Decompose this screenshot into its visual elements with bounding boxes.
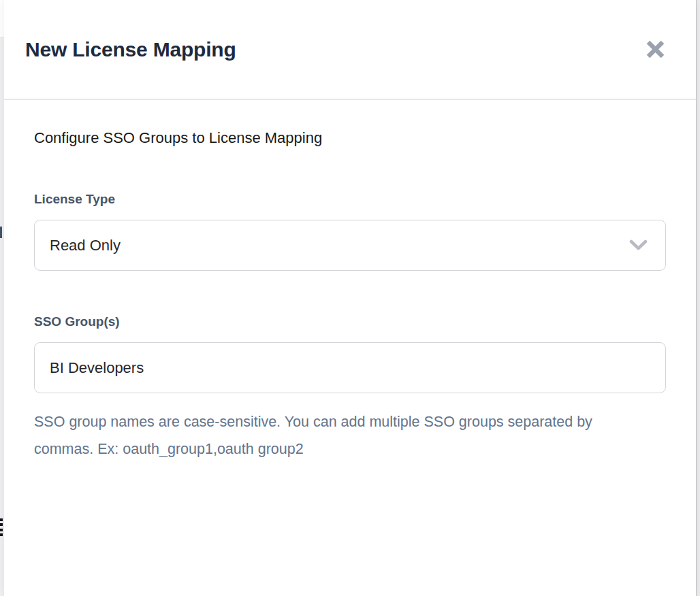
list-icon-fragment xyxy=(0,518,3,536)
license-type-select[interactable]: Read Only xyxy=(34,220,666,271)
dialog-subtitle: Configure SSO Groups to License Mapping xyxy=(34,128,666,148)
license-type-label: License Type xyxy=(34,191,666,208)
dialog-title: New License Mapping xyxy=(25,38,236,61)
sso-groups-help-text: SSO group names are case-sensitive. You … xyxy=(34,408,613,463)
chevron-down-icon xyxy=(629,239,648,251)
new-license-mapping-dialog: New License Mapping Configure SSO Groups… xyxy=(4,0,696,596)
close-button[interactable] xyxy=(640,35,670,65)
license-type-selected-value: Read Only xyxy=(50,237,121,254)
sso-groups-label: SSO Group(s) xyxy=(34,313,666,331)
background-accent-fragment xyxy=(0,227,2,238)
sso-groups-input[interactable] xyxy=(34,342,666,393)
background-page-right-edge xyxy=(696,0,700,596)
dialog-body: Configure SSO Groups to License Mapping … xyxy=(4,100,696,463)
x-icon xyxy=(645,39,666,60)
dialog-header: New License Mapping xyxy=(4,0,696,100)
